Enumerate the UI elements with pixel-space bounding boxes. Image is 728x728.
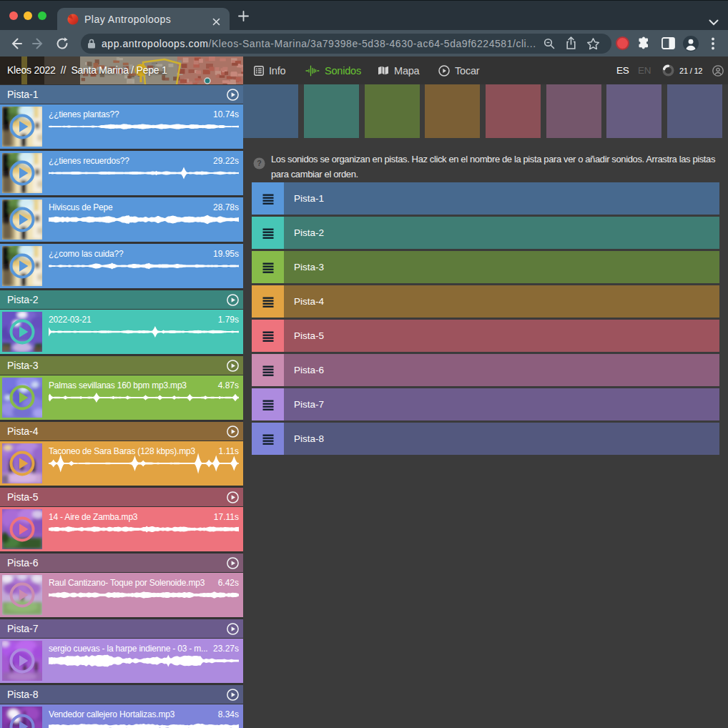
svg-text:?: ?: [257, 159, 261, 167]
